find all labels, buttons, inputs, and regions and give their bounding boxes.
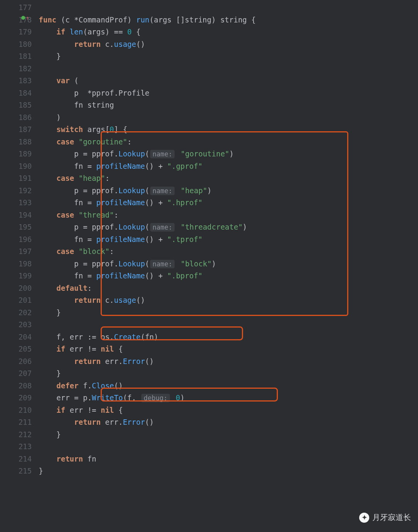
- watermark: ✦ 月牙寂道长: [359, 512, 411, 523]
- code-line[interactable]: fn string: [39, 99, 418, 112]
- code-line[interactable]: ): [39, 112, 418, 124]
- line-number: 193: [0, 197, 32, 209]
- code-line[interactable]: return fn: [39, 453, 418, 465]
- code-area[interactable]: func (c *CommandProf) run(args []string)…: [39, 0, 418, 532]
- line-number: 199: [0, 270, 32, 282]
- code-line[interactable]: return c.usage(): [39, 294, 418, 307]
- code-line[interactable]: if len(args) == 0 {: [39, 26, 418, 38]
- breakpoint-icon: [21, 16, 25, 20]
- code-line[interactable]: fn = profileName() + ".hprof": [39, 197, 418, 209]
- code-line[interactable]: [39, 319, 418, 331]
- line-number: 211: [0, 416, 32, 429]
- line-number: 195: [0, 221, 32, 233]
- line-number: 180: [0, 38, 32, 51]
- code-line[interactable]: return c.usage(): [39, 38, 418, 51]
- line-number: 191: [0, 172, 32, 185]
- code-line[interactable]: fn = profileName() + ".tprof": [39, 233, 418, 246]
- line-number: 179: [0, 26, 32, 38]
- code-line[interactable]: defer f.Close(): [39, 380, 418, 392]
- code-line[interactable]: p = pprof.Lookup(name: "heap"): [39, 185, 418, 197]
- code-line[interactable]: p *pprof.Profile: [39, 87, 418, 100]
- code-line[interactable]: fn = profileName() + ".bprof": [39, 270, 418, 282]
- code-line[interactable]: case "goroutine":: [39, 136, 418, 148]
- code-line[interactable]: [39, 2, 418, 14]
- wechat-icon: ✦: [359, 513, 369, 523]
- code-line[interactable]: case "heap":: [39, 172, 418, 185]
- code-line[interactable]: if err != nil {: [39, 404, 418, 417]
- code-line[interactable]: case "block":: [39, 245, 418, 258]
- line-number: 214: [0, 453, 32, 465]
- line-number: 184: [0, 87, 32, 100]
- line-number: 181: [0, 50, 32, 63]
- gutter-marker[interactable]: ↑: [21, 15, 29, 21]
- code-line[interactable]: }: [39, 307, 418, 319]
- line-number: 196: [0, 233, 32, 246]
- line-number: 200: [0, 282, 32, 295]
- code-line[interactable]: }: [39, 367, 418, 380]
- line-number: 182: [0, 63, 32, 75]
- line-number: 208: [0, 380, 32, 392]
- code-line[interactable]: [39, 441, 418, 453]
- line-number: 185: [0, 99, 32, 112]
- code-line[interactable]: [39, 63, 418, 75]
- line-number: 205: [0, 343, 32, 355]
- line-number: 188: [0, 136, 32, 148]
- code-line[interactable]: p = pprof.Lookup(name: "block"): [39, 258, 418, 270]
- code-line[interactable]: func (c *CommandProf) run(args []string)…: [39, 14, 418, 26]
- line-number: 194: [0, 209, 32, 221]
- line-number: 187: [0, 124, 32, 136]
- line-number: 186: [0, 112, 32, 124]
- code-line[interactable]: }: [39, 429, 418, 441]
- code-line[interactable]: switch args[0] {: [39, 124, 418, 136]
- line-number: 183: [0, 75, 32, 87]
- code-line[interactable]: }: [39, 50, 418, 63]
- param-hint: name:: [150, 260, 175, 268]
- param-hint: name:: [150, 223, 175, 232]
- line-number: 209: [0, 392, 32, 404]
- line-number: 192: [0, 185, 32, 197]
- code-line[interactable]: var (: [39, 75, 418, 87]
- code-line[interactable]: p = pprof.Lookup(name: "goroutine"): [39, 148, 418, 160]
- line-number-gutter: 177 178 179 180 181 182 183 184 185 186 …: [0, 0, 39, 532]
- param-hint: name:: [150, 187, 175, 195]
- code-line[interactable]: err = p.WriteTo(f, debug: 0): [39, 392, 418, 404]
- code-line[interactable]: fn = profileName() + ".gprof": [39, 160, 418, 173]
- code-line[interactable]: p = pprof.Lookup(name: "threadcreate"): [39, 221, 418, 233]
- line-number: 206: [0, 355, 32, 368]
- line-number: 190: [0, 160, 32, 173]
- code-line[interactable]: if err != nil {: [39, 343, 418, 355]
- line-number: 197: [0, 245, 32, 258]
- line-number: 198: [0, 258, 32, 270]
- code-line[interactable]: }: [39, 465, 418, 477]
- watermark-text: 月牙寂道长: [372, 512, 411, 523]
- line-number: 213: [0, 441, 32, 453]
- line-number: 201: [0, 294, 32, 307]
- param-hint: name:: [150, 150, 175, 158]
- code-line[interactable]: f, err := os.Create(fn): [39, 331, 418, 343]
- code-line[interactable]: return err.Error(): [39, 355, 418, 368]
- line-number: 210: [0, 404, 32, 417]
- param-hint: debug:: [141, 394, 170, 402]
- line-number: 189: [0, 148, 32, 160]
- modified-arrow-icon: ↑: [26, 15, 29, 21]
- code-line[interactable]: case "thread":: [39, 209, 418, 221]
- line-number: 177: [0, 2, 32, 14]
- line-number: 215: [0, 465, 32, 477]
- line-number: 202: [0, 307, 32, 319]
- code-line[interactable]: return err.Error(): [39, 416, 418, 429]
- line-number: 212: [0, 429, 32, 441]
- code-line[interactable]: default:: [39, 282, 418, 295]
- line-number: 207: [0, 367, 32, 380]
- code-editor: 177 178 179 180 181 182 183 184 185 186 …: [0, 0, 418, 532]
- line-number: 204: [0, 331, 32, 343]
- line-number: 203: [0, 319, 32, 331]
